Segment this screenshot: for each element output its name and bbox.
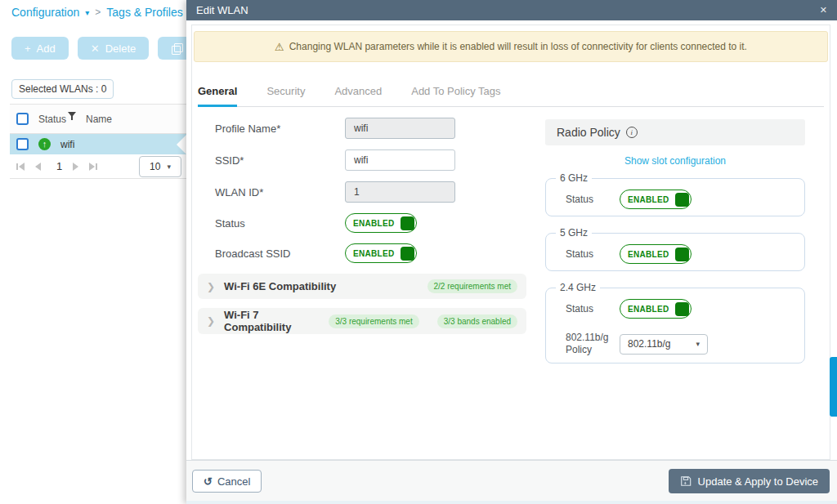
update-apply-button-label: Update & Apply to Device: [698, 475, 818, 488]
add-button[interactable]: + Add: [11, 37, 69, 60]
filter-icon[interactable]: [68, 112, 76, 121]
wlan-id-field[interactable]: [345, 181, 455, 203]
cancel-button[interactable]: ↺ Cancel: [192, 470, 262, 493]
undo-icon: ↺: [204, 475, 213, 488]
dialog-footer: ↺ Cancel Update & Apply to Device: [186, 460, 837, 504]
radio-policy-section: Radio Policy i Show slot configuration 6…: [545, 118, 805, 374]
name-column-header[interactable]: Name: [86, 114, 112, 125]
toggle-knob: [675, 193, 689, 207]
status-toggle-state: ENABLED: [353, 219, 394, 228]
copy-icon: [172, 43, 181, 53]
wlans-toolbar: + Add ✕ Delete: [11, 37, 195, 60]
band-24ghz-legend: 2.4 GHz: [556, 282, 600, 293]
page-size-value: 10: [150, 161, 160, 172]
chevron-right-icon: ❯: [207, 315, 215, 327]
chevron-right-icon: ❯: [207, 281, 215, 292]
band-6ghz: 6 GHz Status ENABLED: [545, 172, 805, 216]
profile-name-field[interactable]: [345, 118, 455, 139]
update-apply-button[interactable]: Update & Apply to Device: [669, 469, 830, 493]
delete-button-label: Delete: [105, 42, 137, 55]
wifi-7-title: Wi-Fi 7 Compatibility: [224, 309, 314, 333]
wifi-6e-requirements-badge: 2/2 requirements met: [427, 279, 518, 293]
band-6ghz-status-toggle[interactable]: ENABLED: [620, 190, 692, 209]
status-enabled-icon: ↑: [38, 138, 51, 150]
ssid-label: SSID*: [198, 154, 345, 167]
band-24ghz-status-label: Status: [566, 303, 620, 314]
pagination: 1 10 ▾: [10, 154, 186, 179]
last-page-button[interactable]: [89, 163, 97, 171]
broadcast-ssid-toggle-state: ENABLED: [353, 249, 394, 258]
info-icon[interactable]: i: [626, 127, 638, 138]
close-icon[interactable]: ✕: [820, 5, 827, 16]
interactive-help-tab[interactable]: [830, 357, 837, 417]
profile-name-label: Profile Name*: [198, 123, 345, 135]
caret-down-icon: ▾: [696, 340, 700, 348]
tab-general[interactable]: General: [198, 85, 237, 107]
wifi-7-bands-badge: 3/3 bands enabled: [437, 314, 517, 328]
wifi-6e-title: Wi-Fi 6E Compatibility: [224, 280, 336, 292]
radio-policy-title: Radio Policy: [557, 126, 620, 139]
selected-row-notch: [177, 135, 186, 154]
warning-text: Changing WLAN parameters while it is ena…: [289, 41, 747, 52]
band-5ghz-legend: 5 GHz: [556, 227, 592, 239]
page-size-select[interactable]: 10 ▾: [139, 156, 181, 177]
x-icon: ✕: [91, 42, 100, 55]
dialog-tabs: General Security Advanced Add To Policy …: [198, 85, 824, 107]
row-checkbox[interactable]: [16, 138, 29, 150]
footer-strip: [186, 501, 837, 504]
edit-wlan-dialog: Edit WLAN ✕ ⚠ Changing WLAN parameters w…: [186, 0, 837, 504]
status-label: Status: [198, 217, 345, 230]
screen: Configuration ▾ > Tags & Profiles + Add …: [0, 0, 837, 504]
wifi-7-compatibility-panel[interactable]: ❯ Wi-Fi 7 Compatibility 3/3 requirements…: [198, 308, 526, 334]
toggle-knob: [401, 216, 414, 230]
broadcast-ssid-toggle[interactable]: ENABLED: [345, 243, 417, 263]
status-toggle[interactable]: ENABLED: [345, 213, 417, 233]
toggle-knob: [675, 302, 689, 316]
warning-icon: ⚠: [275, 41, 284, 53]
radio-policy-header: Radio Policy i: [545, 119, 805, 145]
plus-icon: +: [25, 42, 31, 55]
cancel-button-label: Cancel: [217, 475, 250, 488]
dialog-title: Edit WLAN: [196, 4, 248, 16]
band-24ghz-status-toggle[interactable]: ENABLED: [620, 299, 692, 319]
select-all-checkbox[interactable]: [16, 113, 29, 125]
add-button-label: Add: [37, 42, 56, 55]
band-6ghz-toggle-state: ENABLED: [628, 195, 669, 204]
table-header-row: Status Name: [10, 105, 186, 134]
wifi-6e-compatibility-panel[interactable]: ❯ Wi-Fi 6E Compatibility 2/2 requirement…: [198, 274, 526, 299]
dialog-header: Edit WLAN ✕: [186, 0, 837, 20]
tab-advanced[interactable]: Advanced: [334, 85, 382, 106]
dialog-body: ⚠ Changing WLAN parameters while it is e…: [191, 25, 830, 460]
delete-button[interactable]: ✕ Delete: [78, 37, 149, 60]
band-5ghz-status-toggle[interactable]: ENABLED: [620, 244, 692, 264]
caret-down-icon: ▾: [167, 163, 171, 171]
tab-add-to-policy-tags[interactable]: Add To Policy Tags: [411, 85, 500, 106]
band-24ghz: 2.4 GHz Status ENABLED 802.11b/g Policy: [545, 282, 805, 364]
tab-security[interactable]: Security: [266, 85, 305, 106]
breadcrumb-configuration[interactable]: Configuration: [11, 6, 79, 19]
breadcrumb-tags-profiles[interactable]: Tags & Profiles: [106, 6, 182, 19]
band-24ghz-toggle-state: ENABLED: [628, 305, 669, 314]
broadcast-ssid-label: Broadcast SSID: [198, 248, 345, 260]
current-page-number[interactable]: 1: [56, 160, 62, 172]
status-column-header[interactable]: Status: [38, 114, 66, 125]
band-5ghz: 5 GHz Status ENABLED: [545, 227, 805, 271]
save-icon: [680, 475, 692, 487]
80211bg-policy-value: 802.11b/g: [628, 338, 671, 350]
warning-banner: ⚠ Changing WLAN parameters while it is e…: [194, 31, 828, 62]
80211bg-policy-select[interactable]: 802.11b/g ▾: [620, 334, 708, 355]
band-6ghz-legend: 6 GHz: [556, 172, 592, 184]
ssid-field[interactable]: [345, 149, 455, 171]
caret-down-icon[interactable]: ▾: [85, 8, 89, 17]
next-page-button[interactable]: [73, 163, 78, 171]
toggle-knob: [401, 247, 414, 261]
selected-wlans-count: Selected WLANs : 0: [11, 79, 114, 99]
wlan-name-cell[interactable]: wifi: [60, 139, 74, 150]
previous-page-button[interactable]: [35, 163, 41, 171]
breadcrumb-separator-icon: >: [95, 7, 101, 18]
first-page-button[interactable]: [16, 163, 25, 171]
toggle-knob: [675, 248, 689, 261]
show-slot-configuration-link[interactable]: Show slot configuration: [545, 155, 805, 172]
band-6ghz-status-label: Status: [566, 194, 620, 205]
table-row-wifi[interactable]: ↑ wifi: [10, 134, 186, 154]
